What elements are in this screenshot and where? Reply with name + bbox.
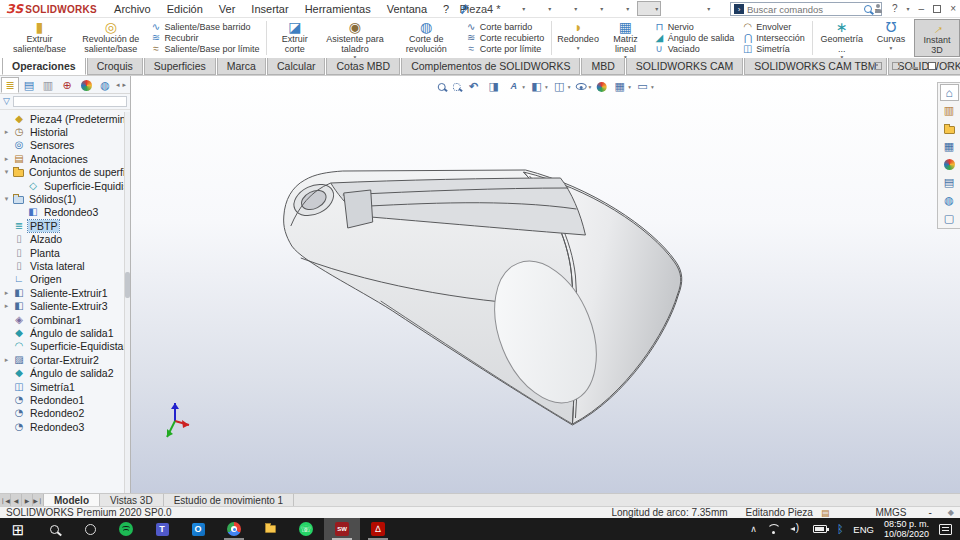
heads-up-button[interactable] bbox=[596, 82, 608, 92]
doc-new-window-icon[interactable] bbox=[892, 62, 900, 70]
wifi-icon[interactable] bbox=[767, 524, 780, 534]
tree-filter-input[interactable] bbox=[13, 96, 127, 107]
command-search[interactable]: › ▾ bbox=[730, 2, 882, 16]
taskbar-app-button[interactable] bbox=[72, 518, 108, 540]
quick-access-button[interactable] bbox=[669, 2, 684, 15]
shell-button[interactable]: Vaciado bbox=[654, 44, 735, 54]
taskbar-app-button[interactable] bbox=[36, 518, 72, 540]
volume-icon[interactable] bbox=[790, 524, 803, 534]
command-tab[interactable]: Calcular bbox=[267, 58, 326, 75]
minimize-button[interactable]: – bbox=[919, 4, 925, 14]
feature-manager-tab[interactable] bbox=[58, 77, 76, 93]
tabs-scroll-right-icon[interactable]: ▸ bbox=[122, 81, 128, 89]
swept-boss-button[interactable]: Saliente/Base barrido bbox=[150, 22, 259, 32]
heads-up-button[interactable] bbox=[452, 83, 462, 91]
tree-item[interactable]: ▸ Historial bbox=[3, 125, 130, 138]
rib-button[interactable]: Nervio bbox=[654, 22, 735, 32]
extrude-boss-button[interactable]: Extruir saliente/base bbox=[4, 19, 75, 57]
filter-funnel-icon[interactable] bbox=[3, 97, 10, 106]
tray-expand-icon[interactable]: ∧ bbox=[750, 524, 757, 534]
tree-item[interactable]: Alzado bbox=[3, 233, 130, 246]
tree-item[interactable]: Planta bbox=[3, 246, 130, 259]
taskbar-app-button[interactable] bbox=[216, 518, 252, 540]
doc-ribbon-pin-icon[interactable] bbox=[874, 62, 882, 70]
heads-up-button[interactable] bbox=[437, 83, 447, 91]
feature-manager-tab[interactable] bbox=[77, 77, 95, 93]
task-pane-button[interactable] bbox=[940, 120, 959, 137]
tree-item[interactable]: Redondeo3 bbox=[3, 206, 130, 219]
curves-button[interactable]: Curvas ▾ bbox=[868, 19, 914, 57]
expand-arrow[interactable]: ▾ bbox=[3, 195, 10, 203]
quick-access-button[interactable] bbox=[484, 2, 499, 15]
menu-item[interactable]: Edición bbox=[160, 2, 210, 16]
tree-item[interactable]: ▾ Conjuntos de superficies(1) bbox=[3, 166, 130, 179]
menu-item[interactable]: ? bbox=[436, 2, 456, 16]
menu-item[interactable]: Herramientas bbox=[298, 2, 378, 16]
taskbar-app-button[interactable] bbox=[360, 518, 396, 540]
dropdown-caret[interactable]: ▾ bbox=[574, 5, 577, 12]
tree-item[interactable]: Vista lateral bbox=[3, 259, 130, 272]
task-pane-button[interactable] bbox=[940, 84, 959, 101]
dropdown-caret[interactable]: ▾ bbox=[548, 5, 551, 12]
heads-up-button[interactable] bbox=[487, 80, 502, 93]
taskbar-app-button[interactable] bbox=[252, 518, 288, 540]
tree-item[interactable]: ▾ Sólidos(1) bbox=[3, 192, 130, 205]
task-pane-button[interactable] bbox=[940, 102, 959, 119]
doc-close-button[interactable]: × bbox=[946, 62, 954, 70]
dropdown-caret[interactable]: ▾ bbox=[707, 5, 710, 12]
search-icon[interactable] bbox=[864, 5, 872, 13]
tree-item[interactable]: Ángulo de salida2 bbox=[3, 366, 130, 379]
taskbar-app-button[interactable] bbox=[288, 518, 324, 540]
heads-up-button[interactable]: ▾ bbox=[530, 80, 548, 93]
wrap-button[interactable]: Envolver bbox=[742, 22, 805, 32]
doc-restore-button[interactable] bbox=[928, 62, 936, 70]
login-user-icon[interactable] bbox=[873, 4, 883, 14]
command-tab[interactable]: Croquis bbox=[87, 58, 143, 75]
quick-access-button[interactable]: ▾ bbox=[611, 2, 629, 15]
tree-item[interactable]: ▸ Cortar-Extruir2 bbox=[3, 353, 130, 366]
search-input[interactable] bbox=[747, 4, 861, 15]
tab-last-icon[interactable]: ▶❘ bbox=[33, 494, 44, 506]
dropdown-caret[interactable]: ▾ bbox=[600, 5, 603, 12]
model-tab[interactable]: Estudio de movimiento 1 bbox=[164, 494, 295, 506]
model-tab[interactable]: Modelo bbox=[44, 494, 100, 506]
tree-scrollbar-thumb[interactable] bbox=[125, 272, 130, 298]
fillet-button[interactable]: Redondeo ▾ bbox=[555, 19, 601, 57]
dropdown-caret[interactable]: ▾ bbox=[628, 84, 631, 90]
heads-up-button[interactable] bbox=[467, 80, 482, 93]
intersect-button[interactable]: Intersección bbox=[742, 33, 805, 43]
clock[interactable]: 08:50 p. m. 10/08/2020 bbox=[884, 519, 929, 539]
task-pane-button[interactable] bbox=[940, 156, 959, 173]
lofted-cut-button[interactable]: Corte recubierto bbox=[466, 33, 545, 43]
pin-icon[interactable] bbox=[460, 4, 470, 14]
task-pane-button[interactable] bbox=[940, 174, 959, 191]
tree-item[interactable]: ▸ Saliente-Extruir1 bbox=[3, 286, 130, 299]
heads-up-button[interactable]: ▾ bbox=[507, 80, 525, 93]
action-center-icon[interactable] bbox=[939, 524, 952, 535]
task-pane-button[interactable] bbox=[940, 192, 959, 209]
taskbar-app-button[interactable] bbox=[144, 518, 180, 540]
expand-arrow[interactable]: ▸ bbox=[3, 289, 10, 297]
help-caret-icon[interactable]: ▾ bbox=[907, 5, 910, 12]
tab-next-icon[interactable]: ▶ bbox=[22, 494, 33, 506]
quick-access-button[interactable]: ▾ bbox=[637, 1, 661, 16]
bluetooth-icon[interactable] bbox=[837, 524, 844, 535]
menu-item[interactable]: Ver bbox=[212, 2, 243, 16]
quick-access-button[interactable]: ▾ bbox=[507, 2, 525, 15]
tree-item[interactable]: Combinar1 bbox=[3, 313, 130, 326]
menu-item[interactable]: Ventana bbox=[380, 2, 434, 16]
command-tab[interactable]: Operaciones bbox=[2, 58, 86, 75]
dropdown-caret[interactable]: ▾ bbox=[626, 5, 629, 12]
dropdown-caret[interactable]: ▾ bbox=[577, 46, 580, 51]
tabs-scroll-left-icon[interactable]: ◂ bbox=[115, 81, 121, 89]
menu-item[interactable]: Insertar bbox=[244, 2, 295, 16]
language-indicator[interactable]: ENG bbox=[853, 524, 874, 535]
extruded-cut-button[interactable]: Extruir corte bbox=[270, 19, 319, 57]
tags-icon[interactable] bbox=[948, 508, 954, 517]
heads-up-button[interactable]: ▾ bbox=[553, 80, 571, 93]
boundary-boss-button[interactable]: Saliente/Base por límite bbox=[150, 44, 259, 54]
help-button[interactable]: ? bbox=[892, 4, 898, 14]
quick-access-button[interactable]: ▾ bbox=[692, 2, 710, 15]
taskbar-app-button[interactable] bbox=[0, 518, 36, 540]
battery-icon[interactable] bbox=[813, 525, 827, 533]
